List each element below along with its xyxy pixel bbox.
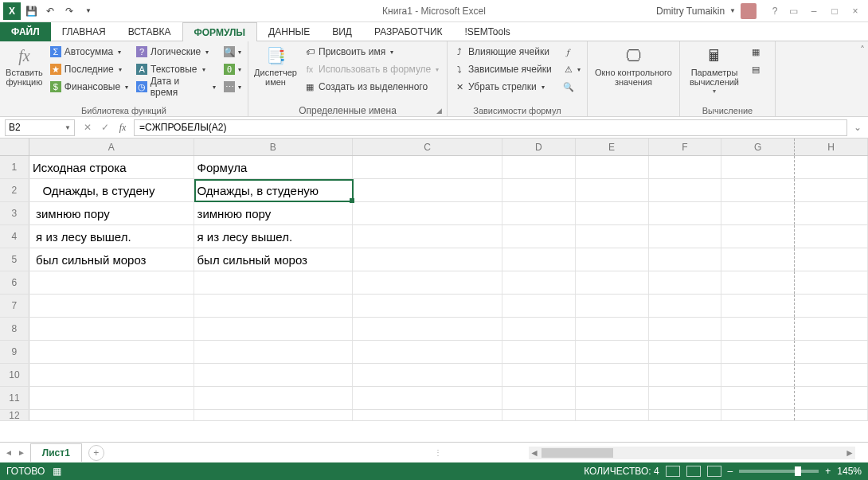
cell[interactable] [649,179,722,201]
tab-file[interactable]: ФАЙЛ [0,22,51,41]
cell[interactable]: зимнюю пору [29,202,194,224]
cell[interactable] [649,318,722,340]
cell[interactable] [795,364,868,386]
row-header-4[interactable]: 4 [0,225,29,248]
scroll-right-icon[interactable]: ► [844,447,855,459]
cell[interactable] [721,387,795,409]
cell[interactable] [649,341,722,363]
cell[interactable] [795,410,868,420]
error-check-button[interactable]: ⚠▾ [560,60,584,78]
col-header-H[interactable]: H [795,139,868,155]
cell[interactable] [29,271,194,294]
tab-home[interactable]: ГЛАВНАЯ [51,22,117,41]
row-header-7[interactable]: 7 [0,295,29,317]
user-name[interactable]: Dmitry Tumaikin [656,6,725,17]
cell[interactable] [649,410,722,420]
cell[interactable] [194,387,354,409]
cell[interactable] [29,387,194,409]
col-header-C[interactable]: C [353,139,502,155]
trace-dependents-button[interactable]: ⤵Зависимые ячейки [451,60,555,78]
cell[interactable]: зимнюю пору [194,202,354,224]
cell[interactable] [29,364,194,386]
row-header-8[interactable]: 8 [0,318,29,340]
cell[interactable] [795,179,868,201]
redo-icon[interactable]: ↷ [61,2,78,20]
col-header-G[interactable]: G [721,139,795,155]
cell[interactable] [194,295,354,317]
calc-sheet-button[interactable]: ▤ [747,60,764,78]
cell[interactable] [353,364,502,386]
ribbon-options-icon[interactable]: ▭ [784,4,803,18]
cell[interactable] [649,387,722,409]
row-header-9[interactable]: 9 [0,341,29,363]
tab-insert[interactable]: ВСТАВКА [117,22,182,41]
cell[interactable] [353,156,502,178]
cell[interactable] [502,364,576,386]
cell[interactable] [576,179,649,201]
cell[interactable]: Однажды, в студеную [194,179,354,201]
avatar[interactable] [741,3,757,19]
insert-fx-icon[interactable]: fx [115,119,131,135]
cell[interactable] [576,387,649,409]
cell[interactable] [795,295,868,317]
cell[interactable] [721,318,795,340]
zoom-knob[interactable] [795,466,801,476]
math-button[interactable]: θ▾ [221,60,244,78]
zoom-in-icon[interactable]: + [825,466,831,477]
cell[interactable] [194,364,354,386]
cell[interactable] [353,295,502,317]
cell[interactable] [721,156,795,178]
cell[interactable] [502,387,576,409]
cell[interactable] [353,318,502,340]
trace-precedents-button[interactable]: ⤴Влияющие ячейки [451,43,555,60]
cell[interactable] [795,225,868,248]
col-header-F[interactable]: F [649,139,722,155]
name-manager-button[interactable]: 📑 Диспетчер имен [252,43,299,88]
cell[interactable]: Однажды, в студену [29,179,194,201]
cell[interactable] [721,341,795,363]
first-sheet-icon[interactable]: ◄ [5,448,13,457]
cell[interactable] [721,295,795,317]
save-icon[interactable]: 💾 [22,2,40,20]
cell[interactable] [502,410,576,420]
user-dropdown-icon[interactable]: ▼ [729,7,736,14]
cell[interactable] [353,225,502,248]
cancel-formula-icon[interactable]: ✕ [80,119,96,135]
horizontal-scrollbar[interactable]: ◄ ► [529,447,855,459]
calc-now-button[interactable]: ▦ [747,43,764,60]
cell[interactable] [576,295,649,317]
cell[interactable] [353,271,502,294]
view-page-break-icon[interactable] [707,466,721,477]
scrollbar-thumb[interactable] [542,448,613,458]
zoom-value[interactable]: 145% [837,466,862,477]
cell[interactable] [194,271,354,294]
tab-developer[interactable]: РАЗРАБОТЧИК [363,22,454,41]
tab-view[interactable]: ВИД [321,22,363,41]
cell[interactable] [194,318,354,340]
assign-name-button[interactable]: 🏷Присвоить имя▾ [301,43,442,60]
cell[interactable] [576,271,649,294]
cell[interactable] [353,202,502,224]
col-header-B[interactable]: B [194,139,354,155]
recent-button[interactable]: ★Последние▾ [47,60,131,78]
cell[interactable] [649,202,722,224]
insert-function-button[interactable]: fx Вставить функцию [3,43,45,88]
cell[interactable] [576,341,649,363]
cell[interactable]: я из лесу вышел. [194,225,354,248]
cell[interactable] [795,156,868,178]
macro-record-icon[interactable]: ▦ [53,466,61,477]
autosum-button[interactable]: ΣАвтосумма▾ [47,43,131,60]
zoom-out-icon[interactable]: – [728,466,733,477]
row-header-6[interactable]: 6 [0,271,29,294]
col-header-A[interactable]: A [29,139,194,155]
row-header-5[interactable]: 5 [0,248,29,271]
cell[interactable] [576,318,649,340]
cell[interactable] [649,364,722,386]
cell[interactable] [502,179,576,201]
financial-button[interactable]: $Финансовые▾ [47,78,131,96]
logical-button[interactable]: ?Логические▾ [133,43,219,60]
evaluate-formula-button[interactable]: 🔍 [560,78,584,96]
accept-formula-icon[interactable]: ✓ [97,119,113,135]
cell[interactable] [29,318,194,340]
tab-semtools[interactable]: !SEMTools [454,22,522,41]
